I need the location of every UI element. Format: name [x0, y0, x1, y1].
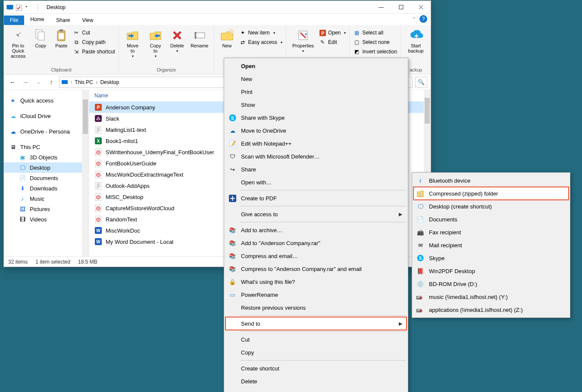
svg-text:S: S	[419, 256, 422, 261]
help-icon[interactable]: ?	[419, 15, 427, 23]
ctx-whats-using[interactable]: 🔒What's using this file?	[225, 275, 407, 288]
file-name: MiscWorkDoc	[106, 227, 140, 234]
ctx-print[interactable]: Print	[225, 85, 407, 98]
nav-this-pc[interactable]: 🖥This PC	[4, 142, 89, 152]
invert-selection-button[interactable]: ◩Invert selection	[353, 47, 397, 56]
nav-scrollbar[interactable]	[82, 90, 89, 256]
minimize-button[interactable]: —	[371, 1, 391, 14]
select-none-button[interactable]: ▢Select none	[353, 38, 397, 47]
sendto-bluetooth[interactable]: ᚼBluetooth device	[413, 174, 569, 187]
ctx-open[interactable]: Open	[225, 59, 407, 72]
properties-button[interactable]: Properties▾	[290, 27, 316, 55]
up-button[interactable]: ↑	[46, 77, 56, 87]
back-button[interactable]: ←	[7, 77, 18, 87]
sendto-documents[interactable]: 📄Documents	[413, 213, 569, 226]
nav-3d-objects[interactable]: ▣3D Objects	[4, 152, 89, 162]
forward-button[interactable]: →	[20, 77, 31, 87]
ctx-share[interactable]: ↪Share	[225, 163, 407, 176]
move-to-button[interactable]: Move to▾	[122, 27, 143, 60]
ctx-create-pdf[interactable]: Create to PDF	[225, 192, 407, 205]
dropdown-icon[interactable]: ▾	[25, 5, 32, 10]
ctx-copy[interactable]: Copy	[225, 346, 407, 359]
ctx-cut[interactable]: Cut	[225, 333, 407, 346]
sendto-zipped[interactable]: Compressed (zipped) folder	[413, 187, 569, 200]
collapse-ribbon-icon[interactable]: ⌃	[412, 16, 416, 22]
ctx-notepad[interactable]: 📝Edit with Notepad++	[225, 137, 407, 150]
tab-file[interactable]: File	[4, 16, 24, 25]
easy-access-button[interactable]: ⇄Easy access▾	[239, 38, 282, 47]
new-item-button[interactable]: ✦New item▾	[239, 28, 282, 37]
pdf-icon	[94, 204, 102, 212]
nav-documents[interactable]: 📄Documents	[4, 173, 89, 183]
ctx-powerrename[interactable]: ▭PowerRename	[225, 288, 407, 301]
paste-button[interactable]: Paste	[52, 27, 70, 50]
sendto-apps-drive[interactable]: 🖴✖applications (\\media1.isfhost.net) (Z…	[413, 303, 569, 316]
nav-downloads[interactable]: ⬇Downloads	[4, 183, 89, 193]
txt-icon	[94, 126, 102, 134]
ctx-openwith[interactable]: Open with…	[225, 176, 407, 189]
ctx-delete[interactable]: Delete	[225, 375, 407, 388]
tab-home[interactable]: Home	[24, 15, 50, 25]
ctx-restore[interactable]: Restore previous versions	[225, 301, 407, 314]
download-icon: ⬇	[19, 185, 26, 192]
checkbox-icon[interactable]	[16, 5, 23, 10]
start-backup-button[interactable]: Start backup	[404, 27, 427, 55]
ctx-compress-email[interactable]: 📚Compress and email…	[225, 249, 407, 262]
nav-music[interactable]: ♪Music	[4, 193, 89, 204]
ctx-give-access[interactable]: Give access to▶	[225, 208, 407, 221]
ctx-rename[interactable]: Rename	[225, 388, 407, 392]
sendto-bdrom[interactable]: 💿BD-ROM Drive (D:)	[413, 277, 569, 290]
ctx-add-rar[interactable]: 📚Add to "Anderson Company.rar"	[225, 236, 407, 249]
svg-text:✦: ✦	[229, 30, 233, 34]
nav-videos[interactable]: 🎞Videos	[4, 214, 89, 224]
winrar-icon: 📚	[228, 264, 237, 273]
copy-button[interactable]: Copy	[31, 27, 50, 50]
maximize-button[interactable]	[391, 1, 411, 14]
ctx-new[interactable]: New	[225, 72, 407, 85]
search-icon[interactable]: 🔍	[415, 77, 427, 88]
sendto-mail[interactable]: ✉Mail recipient	[413, 239, 569, 252]
nav-pictures[interactable]: 🖼Pictures	[4, 204, 89, 214]
sendto-skype[interactable]: SSkype	[413, 252, 569, 264]
pin-quick-access-button[interactable]: Pin to Quick access	[7, 27, 29, 60]
rename-button[interactable]: Rename	[189, 27, 210, 50]
crumb-this-pc[interactable]: This PC	[75, 79, 97, 85]
delete-button[interactable]: Delete▾	[168, 27, 186, 55]
tab-share[interactable]: Share	[50, 16, 76, 25]
ctx-show[interactable]: Show	[225, 98, 407, 111]
new-folder-button[interactable]: ✦New	[218, 27, 237, 50]
ctx-skype[interactable]: SShare with Skype	[225, 111, 407, 124]
skype-icon: S	[416, 254, 425, 262]
paste-shortcut-button[interactable]: ⇲Paste shortcut	[73, 47, 115, 56]
sendto-fax[interactable]: 📠Fax recipient	[413, 226, 569, 239]
copy-path-button[interactable]: ⧉Copy path	[73, 38, 115, 47]
documents-icon: 📄	[416, 215, 425, 224]
copy-to-button[interactable]: Copy to▾	[145, 27, 165, 60]
edit-button[interactable]: ✎Edit	[319, 38, 346, 47]
recent-dropdown[interactable]: ⌄	[33, 77, 44, 87]
doc-icon: W	[94, 227, 102, 234]
ctx-create-shortcut[interactable]: Create shortcut	[225, 362, 407, 375]
nav-quick-access[interactable]: ★Quick access	[4, 95, 89, 106]
crumb-desktop[interactable]: Desktop	[100, 79, 119, 85]
ctx-onedrive[interactable]: ☁Move to OneDrive	[225, 124, 407, 137]
titlebar: ▾ Desktop —	[4, 1, 431, 14]
sendto-submenu: ᚼBluetooth device Compressed (zipped) fo…	[412, 172, 570, 318]
tab-view[interactable]: View	[76, 16, 99, 25]
open-button[interactable]: POpen▾	[319, 28, 346, 37]
cut-button[interactable]: ✂Cut	[73, 28, 115, 37]
ctx-defender[interactable]: 🛡Scan with Microsoft Defender…	[225, 150, 407, 163]
close-button[interactable]	[411, 1, 431, 14]
ctx-send-to[interactable]: Send to▶	[225, 317, 407, 330]
select-all-button[interactable]: ▦Select all	[353, 28, 397, 37]
nav-desktop[interactable]: 🖵Desktop	[4, 162, 89, 173]
nav-icloud[interactable]: ☁iCloud Drive	[4, 111, 89, 121]
sendto-desktop[interactable]: 🖵Desktop (create shortcut)	[413, 200, 569, 213]
sendto-music-drive[interactable]: 🖴✖music (\\media1.isfhost.net) (Y:)	[413, 290, 569, 303]
xls-icon: X	[94, 137, 102, 145]
nav-onedrive[interactable]: ☁OneDrive - Persona	[4, 126, 89, 137]
sendto-win2pdf[interactable]: 📕Win2PDF Desktop	[413, 264, 569, 277]
cube-icon: ▣	[19, 154, 26, 161]
ctx-compress-rar-email[interactable]: 📚Compress to "Anderson Company.rar" and …	[225, 262, 407, 275]
ctx-add-archive[interactable]: 📚Add to archive…	[225, 224, 407, 236]
